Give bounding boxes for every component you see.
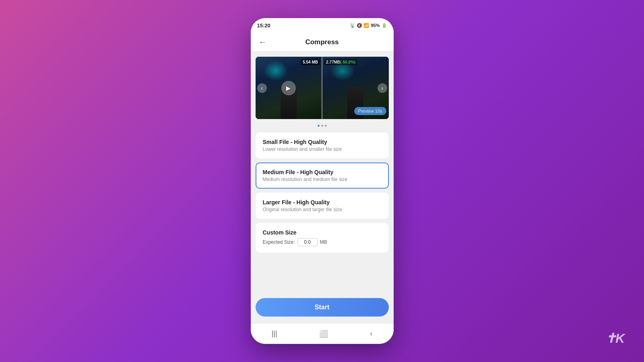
dot-2 [321, 125, 323, 127]
status-time: 15:20 [257, 23, 270, 29]
compressed-size-badge: 2.77MB(-50,0%) [324, 59, 357, 65]
battery-icon: 🔋 [382, 23, 387, 28]
video-divider [322, 57, 322, 119]
option-small-desc: Lower resolution and smaller file size [263, 146, 382, 152]
expected-size-input[interactable] [297, 238, 318, 246]
navigation-bar: ||| ⬜ ‹ [251, 323, 394, 344]
expected-size-label: Expected Size: [263, 239, 295, 245]
next-arrow[interactable]: › [378, 83, 387, 93]
notification-icons: 📡 🔇 📶 [350, 23, 369, 28]
option-medium-title: Medium File - High Quality [263, 169, 382, 175]
option-small-file[interactable]: Small File - High Quality Lower resoluti… [256, 132, 389, 158]
custom-size-title: Custom Size [263, 229, 382, 236]
prev-arrow[interactable]: ‹ [257, 83, 267, 93]
dot-1 [318, 125, 320, 127]
custom-size-row: Expected Size: MB [263, 238, 382, 246]
option-large-file[interactable]: Larger File - High Quality Original reso… [256, 193, 389, 219]
dots-indicator [256, 123, 389, 128]
watermark-k: ✝K [605, 331, 624, 346]
play-button[interactable]: ▶ [281, 81, 296, 95]
size-reduction: (-50,0%) [340, 60, 355, 64]
preview-button[interactable]: Preview 10s [354, 107, 386, 115]
spacer [256, 257, 389, 292]
phone-frame: 15:20 📡 🔇 📶 95% 🔋 ← Compress ‹ 5.54 MB ▶ [251, 18, 394, 344]
option-large-title: Larger File - High Quality [263, 199, 382, 206]
nav-menu-icon[interactable]: ||| [264, 326, 285, 341]
battery: 95% [371, 23, 380, 28]
content-area: ‹ 5.54 MB ▶ 2.77MB(-50,0%) Preview 10s › [251, 52, 394, 323]
option-small-title: Small File - High Quality [263, 139, 382, 145]
start-button[interactable]: Start [256, 298, 389, 317]
original-size-badge: 5.54 MB [301, 59, 320, 65]
video-preview-container[interactable]: ‹ 5.54 MB ▶ 2.77MB(-50,0%) Preview 10s › [256, 57, 389, 119]
nav-home-icon[interactable]: ⬜ [311, 326, 336, 341]
nav-back-icon[interactable]: ‹ [362, 326, 380, 341]
status-bar: 15:20 📡 🔇 📶 95% 🔋 [251, 18, 394, 33]
back-button[interactable]: ← [257, 36, 268, 48]
status-icons: 📡 🔇 📶 95% 🔋 [350, 23, 387, 28]
option-large-desc: Original resolution and larger file size [263, 207, 382, 212]
size-unit: MB [320, 239, 327, 245]
option-medium-desc: Medium resolution and medium file size [263, 177, 382, 182]
dot-3 [325, 125, 327, 127]
page-title: Compress [305, 38, 339, 46]
option-medium-file[interactable]: Medium File - High Quality Medium resolu… [256, 162, 389, 189]
option-custom-size[interactable]: Custom Size Expected Size: MB [256, 223, 389, 253]
header: ← Compress [251, 33, 394, 52]
